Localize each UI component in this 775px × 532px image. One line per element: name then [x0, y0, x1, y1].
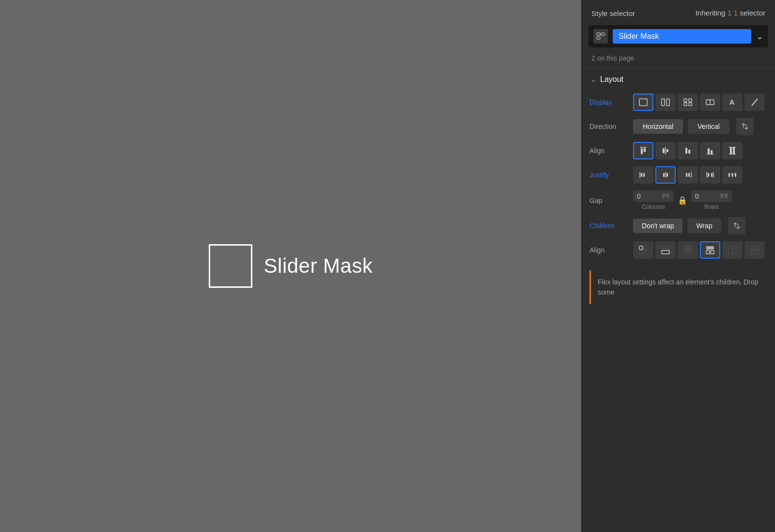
svg-rect-28: [733, 147, 735, 154]
svg-rect-6: [684, 99, 687, 102]
svg-rect-51: [662, 250, 669, 254]
justify-center-btn[interactable]: [655, 166, 676, 184]
align-label: Align: [589, 147, 628, 155]
justify-row: Justify: [589, 166, 767, 184]
justify-space-between-btn[interactable]: [700, 166, 720, 184]
direction-label: Direction: [589, 123, 628, 130]
svg-rect-60: [733, 246, 736, 254]
dont-wrap-btn[interactable]: Don't wrap: [633, 219, 682, 233]
align2-active-btn[interactable]: [700, 241, 720, 259]
svg-rect-1: [597, 37, 600, 39]
align2-btn-group: [633, 241, 765, 259]
align-btn-group: [633, 142, 743, 159]
info-text: Flex layout settings affect an element's…: [598, 277, 760, 297]
align-stretch-btn[interactable]: [722, 142, 743, 159]
layout-content: Display: [582, 91, 775, 266]
align2-top-btn[interactable]: [655, 241, 676, 259]
svg-rect-43: [732, 173, 733, 177]
svg-rect-24: [711, 150, 713, 154]
svg-rect-8: [684, 103, 687, 106]
gap-columns-input-row: PX: [633, 190, 674, 202]
gap-columns-label: Columns: [642, 203, 665, 210]
gap-label: Gap: [589, 197, 628, 204]
canvas-box: [209, 244, 252, 288]
svg-rect-7: [689, 99, 692, 102]
wrap-btn[interactable]: Wrap: [687, 219, 721, 233]
svg-rect-55: [688, 250, 692, 254]
svg-rect-56: [706, 246, 714, 250]
chevron-down-icon[interactable]: ⌄: [756, 31, 763, 42]
svg-rect-27: [730, 147, 732, 154]
align-start-btn[interactable]: [633, 142, 653, 159]
svg-rect-36: [686, 173, 687, 177]
svg-rect-15: [641, 148, 643, 154]
right-panel: Style selector Inheriting 1 1 selector S…: [581, 0, 775, 532]
direction-row: Direction Horizontal Vertical: [589, 118, 767, 135]
display-none-btn[interactable]: [744, 94, 765, 111]
svg-rect-19: [666, 149, 668, 152]
svg-rect-34: [666, 173, 668, 177]
display-grid-btn[interactable]: [678, 94, 698, 111]
gap-rows-input[interactable]: [695, 192, 718, 200]
section-chevron-icon: ⌄: [590, 76, 596, 83]
svg-rect-47: [639, 250, 643, 254]
svg-rect-46: [644, 246, 647, 250]
svg-rect-54: [684, 250, 687, 254]
gap-columns-unit: PX: [662, 193, 670, 200]
align-center-btn[interactable]: [655, 142, 676, 159]
align2-stretch-v-btn[interactable]: [744, 241, 765, 259]
justify-label: Justify: [589, 171, 628, 179]
selector-bar[interactable]: Slider Mask ⌄: [589, 25, 768, 47]
svg-rect-53: [688, 246, 692, 250]
gap-rows-label: Rows: [704, 203, 719, 210]
layout-section-header[interactable]: ⌄ Layout: [582, 68, 775, 91]
svg-rect-3: [639, 99, 647, 106]
svg-line-13: [752, 99, 758, 106]
align-end-btn[interactable]: [700, 142, 720, 159]
svg-rect-45: [639, 246, 643, 250]
lock-icon[interactable]: 🔒: [677, 196, 688, 205]
direction-swap-btn[interactable]: [736, 118, 754, 135]
svg-rect-57: [706, 250, 710, 254]
align2-stretch-h-btn[interactable]: [722, 241, 743, 259]
direction-horizontal-btn[interactable]: Horizontal: [633, 119, 683, 134]
justify-start-btn[interactable]: [633, 166, 653, 184]
align2-center-btn[interactable]: [678, 241, 698, 259]
svg-rect-20: [685, 148, 687, 154]
direction-vertical-btn[interactable]: Vertical: [688, 119, 729, 134]
align2-top-left-btn[interactable]: [633, 241, 653, 259]
gap-rows-input-row: PX: [691, 190, 732, 202]
children-label: Children: [589, 222, 628, 230]
svg-rect-49: [662, 246, 665, 250]
selector-name: Slider Mask: [613, 29, 751, 44]
display-inline-btn[interactable]: [700, 94, 720, 111]
display-flex-col-btn[interactable]: [655, 94, 676, 111]
svg-rect-5: [666, 99, 669, 106]
gap-inputs: PX Columns 🔒 PX Rows: [633, 190, 732, 210]
gap-rows-unit: PX: [720, 193, 728, 200]
justify-space-around-btn[interactable]: [722, 166, 743, 184]
justify-end-btn[interactable]: [678, 166, 698, 184]
display-btn-group: A: [633, 94, 765, 111]
display-label: Display: [589, 98, 628, 106]
svg-rect-33: [663, 173, 665, 177]
display-text-btn[interactable]: A: [722, 94, 743, 111]
align2-label: Align: [589, 246, 628, 254]
gap-columns-input[interactable]: [637, 192, 660, 200]
svg-rect-0: [597, 33, 600, 35]
display-block-btn[interactable]: [633, 94, 653, 111]
align-bottom-btn[interactable]: [678, 142, 698, 159]
svg-rect-40: [708, 173, 709, 177]
svg-rect-37: [688, 173, 690, 177]
info-box: Flex layout settings affect an element's…: [589, 270, 767, 304]
svg-rect-18: [663, 148, 665, 153]
svg-rect-16: [644, 148, 646, 152]
children-swap-btn[interactable]: [728, 217, 745, 235]
layout-section: ⌄ Layout Display: [582, 68, 775, 266]
svg-rect-59: [728, 246, 732, 254]
svg-text:A: A: [729, 98, 734, 106]
page-count: 2 on this page: [582, 51, 775, 68]
align-row: Align: [589, 142, 767, 159]
style-selector-header: Style selector Inheriting 1 1 selector: [582, 0, 775, 22]
svg-rect-2: [601, 33, 604, 35]
